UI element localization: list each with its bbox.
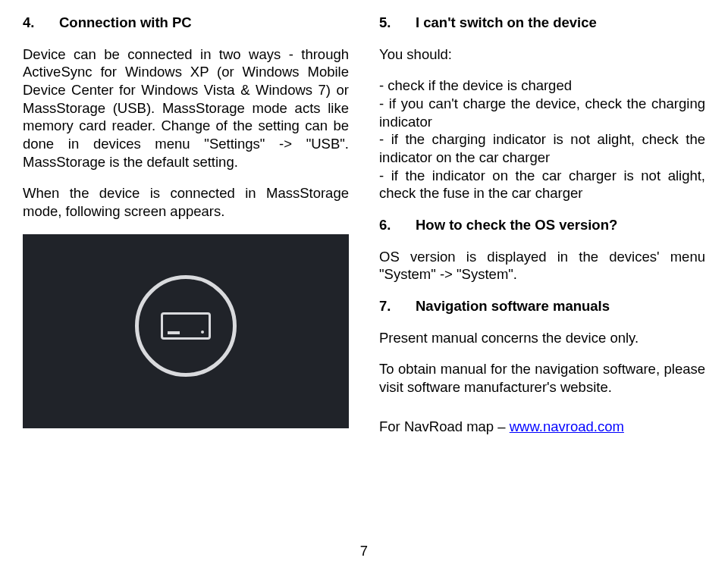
heading-7-title: Navigation software manuals <box>416 297 610 315</box>
right-paragraph-1: You should: <box>379 45 705 64</box>
right-paragraph-4: Present manual concerns the device only. <box>379 329 705 347</box>
left-column: 4. Connection with PC Device can be conn… <box>23 14 349 564</box>
left-paragraph-2: When the device is connected in MassStor… <box>23 184 349 220</box>
heading-7: 7. Navigation software manuals <box>379 297 705 315</box>
drive-icon-circle <box>135 275 237 377</box>
massstorage-screenshot <box>23 234 349 428</box>
right-paragraph-3: OS version is displayed in the devices' … <box>379 248 705 284</box>
navroad-prefix: For NavRoad map – <box>379 418 510 434</box>
right-paragraph-6: For NavRoad map – www.navroad.com <box>379 418 705 436</box>
heading-4: 4. Connection with PC <box>23 14 349 32</box>
right-column: 5. I can't switch on the device You shou… <box>379 14 705 564</box>
navroad-link[interactable]: www.navroad.com <box>510 418 624 434</box>
heading-5-number: 5. <box>379 14 416 32</box>
page: 4. Connection with PC Device can be conn… <box>0 0 728 564</box>
left-paragraph-1: Device can be connected in two ways - th… <box>23 45 349 171</box>
heading-6-title: How to check the OS version? <box>416 216 617 234</box>
heading-7-number: 7. <box>379 297 416 315</box>
heading-6-number: 6. <box>379 216 416 234</box>
heading-4-title: Connection with PC <box>59 14 192 32</box>
right-paragraph-5: To obtain manual for the navigation soft… <box>379 360 705 396</box>
heading-5-title: I can't switch on the device <box>416 14 597 32</box>
right-paragraph-2: - check if the device is charged - if yo… <box>379 77 705 202</box>
heading-4-number: 4. <box>23 14 59 32</box>
drive-icon <box>161 312 211 340</box>
heading-6: 6. How to check the OS version? <box>379 216 705 234</box>
page-number: 7 <box>360 543 368 559</box>
heading-5: 5. I can't switch on the device <box>379 14 705 32</box>
